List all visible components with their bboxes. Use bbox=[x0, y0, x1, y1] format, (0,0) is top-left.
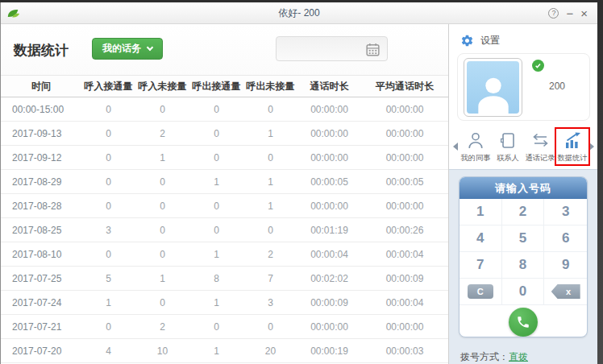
toolbar-prev-arrow[interactable] bbox=[453, 143, 458, 151]
time-cell: 2017-09-12 bbox=[1, 146, 81, 170]
column-header: 呼出接通量 bbox=[189, 76, 243, 97]
sidebar: 设置 200 bbox=[448, 24, 597, 364]
value-cell: 1 bbox=[189, 170, 243, 194]
value-cell: 1 bbox=[135, 267, 189, 291]
value-cell: 00:00:00 bbox=[297, 315, 361, 339]
dialpad: 请输入号码 123456789C0x bbox=[459, 176, 588, 337]
value-cell: 0 bbox=[81, 242, 135, 267]
window-title: 依好- 200 bbox=[1, 6, 597, 20]
help-button[interactable]: ? bbox=[548, 8, 559, 19]
value-cell: 0 bbox=[81, 170, 135, 194]
value-cell: 0 bbox=[243, 146, 297, 170]
table-row: 2017-08-29001100:00:0500:00:05 bbox=[1, 170, 448, 194]
gear-icon bbox=[460, 34, 474, 48]
toolbar-item-call-log[interactable]: 通话记录 bbox=[524, 130, 556, 163]
value-cell: 5 bbox=[81, 267, 135, 291]
value-cell: 8 bbox=[189, 267, 243, 291]
table-row: 2017-08-28000100:00:0000:00:00 bbox=[1, 194, 448, 218]
column-header: 时间 bbox=[1, 76, 81, 97]
dialpad-key-9[interactable]: 9 bbox=[544, 252, 587, 279]
toolbar-item-statistics[interactable]: 数据统计 bbox=[556, 130, 588, 163]
toolbar-item-label: 我的同事 bbox=[461, 152, 491, 163]
table-row: 2017-07-25518700:02:0200:00:09 bbox=[1, 267, 448, 291]
value-cell: 00:00:04 bbox=[361, 242, 448, 267]
desktop-right-edge bbox=[597, 0, 603, 364]
minimize-button[interactable]: − bbox=[566, 8, 573, 19]
value-cell: 3 bbox=[81, 218, 135, 242]
desktop-top-edge bbox=[0, 0, 603, 2]
close-button[interactable]: × bbox=[580, 8, 588, 19]
time-cell: 2017-08-28 bbox=[1, 194, 81, 218]
time-cell: 2017-07-24 bbox=[1, 291, 81, 315]
value-cell: 0 bbox=[189, 194, 243, 218]
dialpad-key-2[interactable]: 2 bbox=[502, 199, 545, 225]
value-cell: 00:00:00 bbox=[297, 97, 361, 122]
dial-mode-row: 拨号方式：直拨 bbox=[460, 350, 528, 364]
dialpad-call-row bbox=[460, 305, 587, 337]
dialpad-key-5[interactable]: 5 bbox=[502, 225, 545, 252]
settings-row[interactable]: 设置 bbox=[449, 31, 597, 50]
value-cell: 0 bbox=[81, 146, 135, 170]
toolbar-item-colleagues[interactable]: 我的同事 bbox=[460, 130, 492, 163]
value-cell: 00:00:00 bbox=[361, 315, 448, 339]
value-cell: 00:00:00 bbox=[297, 194, 361, 218]
value-cell: 0 bbox=[189, 146, 243, 170]
call-button[interactable] bbox=[509, 308, 538, 337]
online-status-icon bbox=[532, 60, 544, 72]
dialpad-key-1[interactable]: 1 bbox=[460, 199, 502, 225]
dialpad-key-4[interactable]: 4 bbox=[460, 225, 502, 252]
value-cell: 2 bbox=[135, 315, 189, 339]
value-cell: 0 bbox=[243, 97, 297, 122]
dialpad-clear-key[interactable]: C bbox=[460, 279, 502, 305]
dialpad-key-0[interactable]: 0 bbox=[502, 279, 545, 305]
titlebar: 依好- 200 ? − × bbox=[1, 2, 597, 24]
dialpad-key-3[interactable]: 3 bbox=[544, 199, 587, 225]
table-row: 2017-09-12010000:00:0000:00:00 bbox=[1, 146, 448, 170]
value-cell: 0 bbox=[189, 122, 243, 146]
dialpad-keys: 123456789C0x bbox=[460, 199, 587, 305]
value-cell: 00:00:09 bbox=[297, 291, 361, 315]
value-cell: 00:00:05 bbox=[297, 170, 361, 194]
toolbar-item-contacts[interactable]: 联系人 bbox=[492, 130, 524, 163]
value-cell: 00:00:00 bbox=[361, 122, 448, 146]
value-cell: 00:02:02 bbox=[297, 267, 361, 291]
agent-number: 200 bbox=[549, 81, 565, 92]
date-range-input[interactable] bbox=[276, 36, 388, 61]
table-row: 00:00-15:00000000:00:0000:00:00 bbox=[1, 97, 448, 122]
chevron-down-icon bbox=[147, 44, 153, 51]
toolbar-next-arrow[interactable] bbox=[589, 143, 594, 151]
value-cell: 0 bbox=[189, 218, 243, 242]
dialpad-key-7[interactable]: 7 bbox=[460, 252, 502, 279]
time-cell: 2017-08-29 bbox=[1, 170, 81, 194]
time-cell: 2017-09-13 bbox=[1, 122, 81, 146]
dialpad-backspace-key[interactable]: x bbox=[544, 279, 587, 305]
value-cell: 10 bbox=[135, 339, 189, 363]
person-silhouette-icon bbox=[472, 70, 515, 114]
contacts-icon bbox=[499, 130, 517, 150]
value-cell: 1 bbox=[189, 291, 243, 315]
value-cell: 00:00:03 bbox=[361, 339, 448, 363]
dialpad-key-8[interactable]: 8 bbox=[502, 252, 545, 279]
column-header: 呼出未接量 bbox=[243, 76, 297, 97]
dialpad-number-display[interactable]: 请输入号码 bbox=[460, 177, 587, 199]
value-cell: 0 bbox=[81, 97, 135, 122]
value-cell: 00:00:00 bbox=[361, 194, 448, 218]
value-cell: 0 bbox=[135, 242, 189, 267]
dial-mode-link[interactable]: 直拨 bbox=[509, 351, 528, 362]
value-cell: 00:00:04 bbox=[297, 242, 361, 267]
column-header: 通话时长 bbox=[297, 76, 361, 97]
value-cell: 1 bbox=[135, 146, 189, 170]
my-traffic-dropdown-button[interactable]: 我的话务 bbox=[92, 38, 163, 60]
time-cell: 00:00-15:00 bbox=[1, 97, 81, 122]
value-cell: 0 bbox=[243, 315, 297, 339]
table-header-row: 时间呼入接通量呼入未接量呼出接通量呼出未接量通话时长平均通话时长 bbox=[1, 76, 448, 97]
sidebar-toolbar: 我的同事 联系人 通话记录 bbox=[449, 124, 597, 169]
table-row: 2017-07-2041012000:00:1900:00:03 bbox=[1, 339, 448, 363]
dialpad-key-6[interactable]: 6 bbox=[544, 225, 587, 252]
table-row: 2017-08-10001200:00:0400:00:04 bbox=[1, 242, 448, 267]
dial-mode-label: 拨号方式： bbox=[460, 351, 509, 362]
value-cell: 0 bbox=[189, 315, 243, 339]
statistics-icon bbox=[563, 130, 582, 150]
toolbar-item-label: 通话记录 bbox=[526, 152, 555, 163]
value-cell: 00:00:19 bbox=[297, 339, 361, 363]
